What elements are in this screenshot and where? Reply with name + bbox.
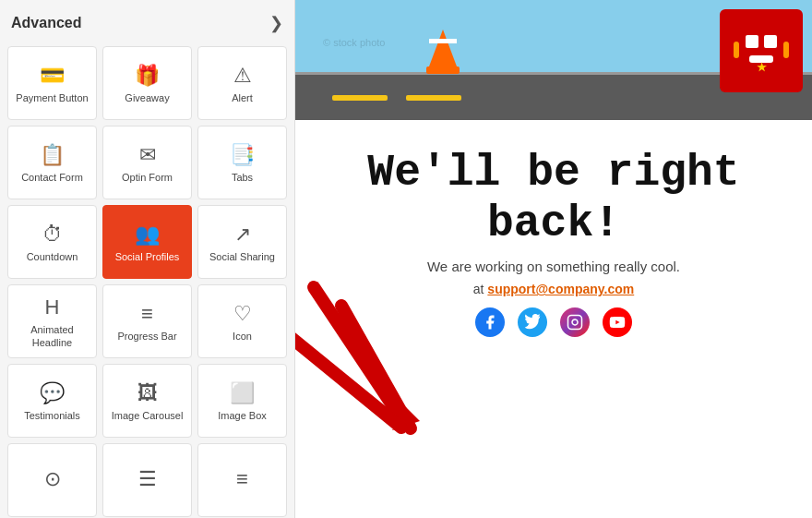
youtube-icon[interactable] xyxy=(603,307,632,337)
social-sharing-label: Social Sharing xyxy=(209,251,275,263)
alert-icon: ⚠ xyxy=(233,64,252,88)
widget-contact-form[interactable]: 📋Contact Form xyxy=(7,126,97,199)
widget-w16[interactable]: ⊙ xyxy=(7,443,97,517)
widget-tabs[interactable]: 📑Tabs xyxy=(197,126,287,199)
optin-form-icon: ✉ xyxy=(139,143,156,167)
image-box-label: Image Box xyxy=(218,410,267,422)
construction-image: ★ © stock photo xyxy=(295,0,812,120)
sidebar: Advanced ❯ 💳Payment Button🎁Giveaway⚠Aler… xyxy=(0,0,295,518)
w16-icon: ⊙ xyxy=(44,467,61,491)
message-area: We'll be right back! We are working on s… xyxy=(295,120,812,518)
instagram-icon[interactable] xyxy=(560,307,590,337)
widget-progress-bar[interactable]: ≡Progress Bar xyxy=(102,284,192,358)
sidebar-title: Advanced xyxy=(11,15,81,31)
arrows-svg xyxy=(295,278,461,463)
icon-label: Icon xyxy=(233,331,252,343)
sub-text: We are working on something really cool. xyxy=(427,259,680,274)
testimonials-icon: 💬 xyxy=(40,381,65,405)
alert-label: Alert xyxy=(232,92,253,104)
widget-payment-button[interactable]: 💳Payment Button xyxy=(7,46,97,120)
widget-countdown[interactable]: ⏱Countdown xyxy=(7,205,97,279)
widget-image-box[interactable]: ⬜Image Box xyxy=(197,364,287,438)
widget-w17[interactable]: ☰ xyxy=(102,443,192,517)
social-profiles-icon: 👥 xyxy=(135,223,160,247)
widget-testimonials[interactable]: 💬Testimonials xyxy=(7,364,97,438)
sidebar-header: Advanced ❯ xyxy=(7,9,287,37)
image-box-icon: ⬜ xyxy=(230,381,255,405)
social-profiles-label: Social Profiles xyxy=(115,251,180,263)
collapse-icon[interactable]: ❯ xyxy=(269,13,283,33)
svg-rect-1 xyxy=(746,35,758,48)
main-content: ★ © stock photo We'll be right back! xyxy=(295,0,812,518)
cone-base xyxy=(426,66,460,74)
social-sharing-icon: ↗ xyxy=(234,223,251,247)
progress-bar-icon: ≡ xyxy=(141,302,153,326)
svg-rect-4 xyxy=(734,42,739,58)
image-carousel-label: Image Carousel xyxy=(112,410,184,422)
main-panel: ★ © stock photo We'll be right back! xyxy=(295,0,812,518)
tabs-icon: 📑 xyxy=(230,143,255,167)
widget-optin-form[interactable]: ✉Optin Form xyxy=(102,126,192,199)
countdown-label: Countdown xyxy=(27,251,78,263)
giveaway-label: Giveaway xyxy=(125,92,169,104)
svg-rect-2 xyxy=(764,35,777,48)
contact-prefix: at xyxy=(473,282,484,296)
countdown-icon: ⏱ xyxy=(42,223,63,247)
widget-icon[interactable]: ♡Icon xyxy=(197,284,287,358)
svg-line-10 xyxy=(295,333,401,428)
icon-icon: ♡ xyxy=(233,302,252,326)
contact-form-icon: 📋 xyxy=(40,143,65,167)
tabs-label: Tabs xyxy=(232,172,253,184)
payment-button-label: Payment Button xyxy=(16,92,88,104)
progress-bar-label: Progress Bar xyxy=(117,331,176,343)
facebook-icon[interactable] xyxy=(475,307,505,337)
main-title: We'll be right back! xyxy=(367,148,739,249)
widget-alert[interactable]: ⚠Alert xyxy=(197,46,287,120)
animated-headline-icon: H xyxy=(45,295,60,319)
svg-text:★: ★ xyxy=(757,61,767,74)
widget-animated-headline[interactable]: HAnimated Headline xyxy=(7,284,97,358)
watermark: © stock photo xyxy=(323,37,385,48)
widget-grid: 💳Payment Button🎁Giveaway⚠Alert📋Contact F… xyxy=(7,46,287,517)
widget-social-sharing[interactable]: ↗Social Sharing xyxy=(197,205,287,279)
svg-rect-5 xyxy=(783,42,789,58)
widget-giveaway[interactable]: 🎁Giveaway xyxy=(102,46,192,120)
svg-rect-11 xyxy=(568,316,582,330)
cone-top xyxy=(429,30,457,66)
svg-line-7 xyxy=(314,287,406,426)
contact-text: at support@company.com xyxy=(473,282,634,296)
widget-social-profiles[interactable]: 👥Social Profiles xyxy=(102,205,192,279)
svg-line-9 xyxy=(341,306,411,428)
traffic-cone xyxy=(429,30,460,74)
w17-icon: ☰ xyxy=(138,467,157,491)
payment-button-icon: 💳 xyxy=(40,64,65,88)
email-link[interactable]: support@company.com xyxy=(487,282,634,296)
widget-image-carousel[interactable]: 🖼Image Carousel xyxy=(102,364,192,438)
testimonials-label: Testimonials xyxy=(24,410,80,422)
twitter-icon[interactable] xyxy=(518,307,547,337)
road-line-1 xyxy=(332,95,388,101)
title-line-2: back! xyxy=(487,199,620,248)
animated-headline-label: Animated Headline xyxy=(14,324,90,348)
social-icons xyxy=(475,307,632,337)
w18-icon: ≡ xyxy=(236,467,248,491)
optin-form-label: Optin Form xyxy=(122,172,173,184)
giveaway-icon: 🎁 xyxy=(135,64,160,88)
road-line-2 xyxy=(406,95,461,101)
contact-form-label: Contact Form xyxy=(21,172,83,184)
widget-w18[interactable]: ≡ xyxy=(197,443,287,517)
title-line-1: We'll be right xyxy=(367,148,739,198)
image-carousel-icon: 🖼 xyxy=(137,381,158,405)
svg-marker-8 xyxy=(392,407,420,430)
robot-icon: ★ xyxy=(720,9,803,92)
